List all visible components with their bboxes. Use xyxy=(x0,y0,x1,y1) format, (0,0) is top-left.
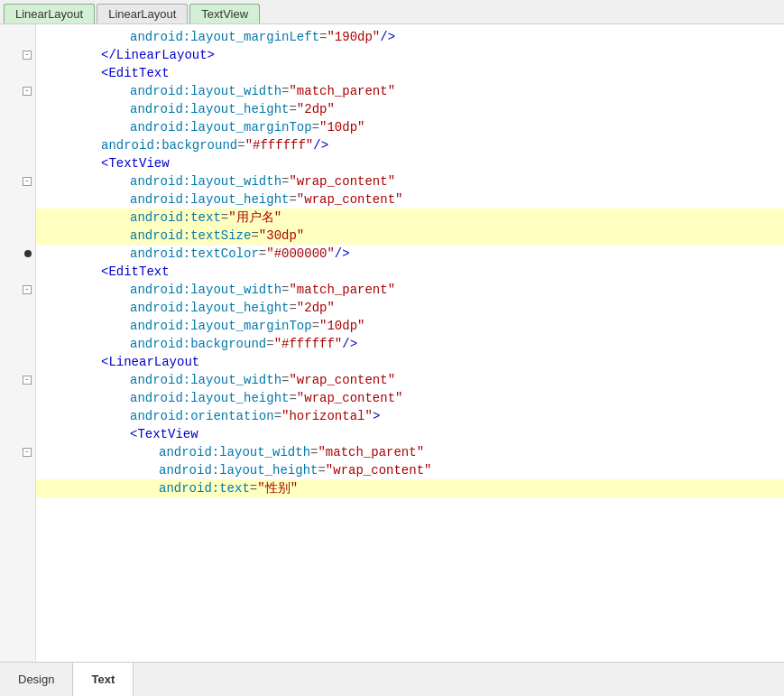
fold-arrow[interactable]: - xyxy=(23,51,32,60)
main-area: - - - xyxy=(0,24,784,662)
fold-arrow[interactable]: - xyxy=(23,177,32,186)
attr-name-span: android:layout_width xyxy=(130,283,281,297)
gutter-row xyxy=(0,28,35,46)
attr-name-span: android:layout_marginTop xyxy=(130,319,312,333)
code-line-highlighted: android:text="用户名" xyxy=(36,209,784,227)
gutter-row xyxy=(0,245,35,263)
attr-name-span: android:layout_width xyxy=(130,373,281,387)
attr-name-span: android:layout_marginTop xyxy=(130,120,312,135)
code-area[interactable]: android:layout_marginLeft="190dp" /> </L… xyxy=(36,24,784,662)
tab-linearlayout-1[interactable]: LinearLayout xyxy=(4,4,95,23)
tab-linearlayout-2[interactable]: LinearLayout xyxy=(97,4,188,23)
gutter-row xyxy=(0,425,35,443)
attr-name-span: android:textColor xyxy=(130,246,259,261)
equals-span: = xyxy=(281,174,289,189)
code-line: android:layout_height="2dp" xyxy=(36,100,784,118)
equals-span: = xyxy=(289,301,296,315)
slash-span: /> xyxy=(380,30,395,44)
gutter-row xyxy=(0,479,35,497)
gutter-row xyxy=(0,263,35,281)
attr-name-span: android:layout_height xyxy=(130,102,289,116)
attr-name-span: android:layout_height xyxy=(130,391,289,405)
attr-val-span: "性别" xyxy=(257,480,298,496)
tab-design[interactable]: Design xyxy=(0,663,73,696)
attr-val-span: "30dp" xyxy=(259,228,304,243)
attr-val-span: "10dp" xyxy=(319,319,364,333)
equals-span: = xyxy=(312,120,319,135)
attr-val-span: "用户名" xyxy=(228,209,281,226)
tab-textview[interactable]: TextView xyxy=(189,4,260,23)
attr-name-span: android:text xyxy=(159,481,250,496)
equals-span: = xyxy=(281,84,289,98)
bottom-bar: Design Text xyxy=(0,662,784,696)
attr-val-span: "2dp" xyxy=(297,301,335,315)
code-line: android:layout_width="wrap_content" xyxy=(36,172,784,190)
slash-span: /> xyxy=(335,246,350,261)
equals-span: = xyxy=(310,445,318,459)
tab-label: LinearLayout xyxy=(108,7,176,21)
gutter-row xyxy=(0,497,35,515)
attr-val-span: "wrap_content" xyxy=(297,391,403,405)
breakpoint-dot xyxy=(24,250,32,257)
open-tag-span: <EditText xyxy=(101,264,170,279)
equals-span: = xyxy=(250,481,257,496)
equals-span: = xyxy=(259,246,266,261)
code-line-highlighted: android:text="性别" xyxy=(36,479,784,497)
attr-name-span: android:layout_width xyxy=(130,174,281,189)
slash-span: /> xyxy=(342,337,357,351)
tab-text-label: Text xyxy=(91,673,115,686)
attr-name-span: android:layout_marginLeft xyxy=(130,30,319,44)
fold-arrow[interactable]: - xyxy=(23,448,32,457)
attr-name-span: android:textSize xyxy=(130,228,251,243)
open-tag-span: <EditText xyxy=(101,66,170,80)
fold-arrow[interactable]: - xyxy=(23,376,32,385)
attr-name-span: android:layout_width xyxy=(159,445,310,459)
code-line: android:layout_height="wrap_content" xyxy=(36,190,784,209)
attr-name-span: android:layout_height xyxy=(159,463,318,478)
code-line: android:layout_marginLeft="190dp" /> xyxy=(36,28,784,46)
equals-span: = xyxy=(274,409,281,423)
code-line-highlighted: android:textSize="30dp" xyxy=(36,227,784,245)
attr-val-span: "wrap_content" xyxy=(289,373,395,387)
gutter-row xyxy=(0,407,35,425)
code-line: android:layout_width="wrap_content" xyxy=(36,371,784,389)
attr-val-span: "#ffffff" xyxy=(245,138,314,153)
gutter-row xyxy=(0,227,35,245)
attr-name-span: android:layout_height xyxy=(130,301,289,315)
equals-span: = xyxy=(289,192,296,207)
attr-name-span: android:layout_height xyxy=(130,192,289,207)
attr-val-span: "190dp" xyxy=(327,30,380,44)
code-line: android:background="#ffffff" /> xyxy=(36,136,784,154)
code-line: android:textColor="#000000"/> xyxy=(36,245,784,263)
gutter-row: - xyxy=(0,371,35,389)
code-line: android:orientation="horizontal"> xyxy=(36,407,784,425)
gutter-row xyxy=(0,100,35,118)
code-line: android:layout_height="wrap_content" xyxy=(36,461,784,479)
bracket-span: > xyxy=(373,409,380,423)
gutter-row xyxy=(0,118,35,136)
code-line: android:layout_width="match_parent" xyxy=(36,82,784,100)
code-line: <EditText xyxy=(36,64,784,82)
code-line: </LinearLayout> xyxy=(36,46,784,64)
attr-name-span: android:orientation xyxy=(130,409,274,423)
fold-arrow[interactable]: - xyxy=(23,87,32,96)
equals-span: = xyxy=(289,102,296,116)
gutter-row xyxy=(0,299,35,317)
tab-text[interactable]: Text xyxy=(73,663,134,696)
gutter-row xyxy=(0,136,35,154)
attr-val-span: "10dp" xyxy=(319,120,364,135)
equals-span: = xyxy=(281,283,289,297)
code-line: android:layout_marginTop="10dp" xyxy=(36,317,784,335)
code-line: <TextView xyxy=(36,425,784,443)
equals-span: = xyxy=(266,337,273,351)
fold-arrow[interactable]: - xyxy=(23,285,32,294)
tab-bar: LinearLayout LinearLayout TextView xyxy=(0,0,784,24)
equals-span: = xyxy=(281,373,289,387)
gutter-row xyxy=(0,335,35,353)
gutter-row xyxy=(0,317,35,335)
open-tag-span: <LinearLayout xyxy=(101,355,199,369)
gutter-row xyxy=(0,209,35,227)
slash-span: /> xyxy=(313,138,328,153)
open-tag-span: <TextView xyxy=(130,427,198,441)
code-line: android:layout_height="wrap_content" xyxy=(36,389,784,407)
